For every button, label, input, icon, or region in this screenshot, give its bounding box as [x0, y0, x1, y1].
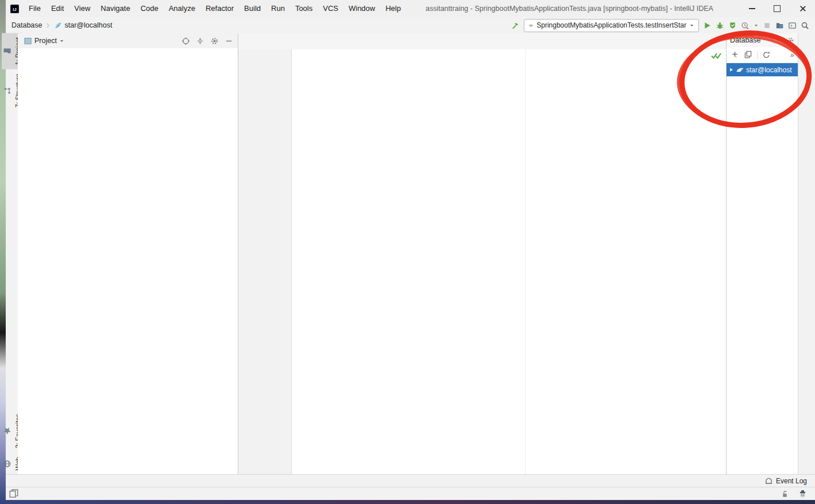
refresh-icon[interactable]: [762, 51, 771, 59]
project-panel-toolbar: [181, 37, 238, 45]
menu-refactor[interactable]: Refactor: [200, 0, 239, 17]
status-right: [771, 490, 815, 498]
inspections-ok-icon[interactable]: [710, 51, 723, 60]
run-button[interactable]: [703, 21, 712, 30]
web-icon: [3, 459, 11, 468]
mysql-dolphin-icon: [736, 65, 744, 74]
menu-window[interactable]: Window: [343, 0, 380, 17]
breadcrumb-database[interactable]: Database: [11, 21, 43, 29]
run-anything-icon[interactable]: [788, 21, 797, 30]
project-tree: [18, 48, 238, 474]
project-view-icon: [24, 37, 32, 45]
database-tool-window: Database » star@localhost: [726, 33, 798, 474]
main-area: 1: Project7: Structure2: FavoritesWeb Pr…: [6, 33, 815, 474]
tool-window-bar: Event Log: [6, 474, 815, 487]
duplicate-icon[interactable]: [744, 51, 752, 59]
menu-tools[interactable]: Tools: [290, 0, 318, 17]
code-area[interactable]: [238, 49, 727, 474]
menu-vcs[interactable]: VCS: [318, 0, 343, 17]
datasource-row[interactable]: star@localhost: [727, 63, 798, 76]
menu-navigate[interactable]: Navigate: [95, 0, 135, 17]
star-icon: [3, 427, 11, 436]
menu-analyze[interactable]: Analyze: [164, 0, 200, 17]
run-configuration-label: SpringbootMybatisApplicationTests.testIn…: [536, 21, 686, 29]
right-margin-guide: [525, 49, 526, 474]
editor-area: [238, 33, 727, 474]
event-log-label: Event Log: [776, 477, 807, 485]
run-coverage-button[interactable]: [728, 21, 737, 30]
database-panel-title[interactable]: Database: [730, 36, 761, 44]
menu-code[interactable]: Code: [136, 0, 164, 17]
more-actions-chevrons[interactable]: »: [790, 51, 794, 59]
stop-button: [763, 21, 771, 30]
title-bar: IJ FileEditViewNavigateCodeAnalyzeRefact…: [6, 0, 815, 17]
structicon-icon: [3, 86, 11, 95]
highlighting-level-hector-icon[interactable]: [798, 490, 807, 498]
breadcrumb-connection[interactable]: star@localhost: [65, 21, 113, 29]
toolbar-right: SpringbootMybatisApplicationTests.testIn…: [511, 19, 815, 32]
database-panel-header: Database: [727, 33, 798, 47]
project-panel-title[interactable]: Project: [34, 37, 57, 45]
menu-file[interactable]: File: [24, 0, 46, 17]
database-toolbar: »: [727, 47, 798, 63]
left-tool-stripe: 1: Project7: Structure2: FavoritesWeb: [6, 33, 18, 474]
menu-help[interactable]: Help: [380, 0, 406, 17]
collapse-all-icon[interactable]: [196, 37, 204, 45]
menu-bar: FileEditViewNavigateCodeAnalyzeRefactorB…: [24, 0, 406, 17]
menu-edit[interactable]: Edit: [46, 0, 69, 17]
project-panel-header: Project: [18, 33, 238, 48]
projicon-icon: [3, 47, 11, 56]
debug-button[interactable]: [716, 21, 724, 30]
svg-text:IJ: IJ: [13, 6, 16, 11]
event-log-button[interactable]: Event Log: [764, 477, 815, 486]
intellij-window: IJ FileEditViewNavigateCodeAnalyzeRefact…: [6, 0, 815, 499]
toolwindow-switcher-icon[interactable]: [6, 489, 19, 499]
profiler-button[interactable]: [741, 21, 750, 30]
editor-gutter: [238, 49, 292, 474]
project-tool-window: Project: [18, 33, 238, 474]
menu-build[interactable]: Build: [239, 0, 266, 17]
search-everywhere-icon[interactable]: [801, 21, 809, 30]
intellij-logo-icon: IJ: [10, 5, 19, 13]
console-feather-icon: [53, 21, 62, 30]
close-button[interactable]: [790, 0, 815, 17]
profiler-chevron-icon[interactable]: [754, 23, 759, 28]
expand-arrow-icon[interactable]: [729, 67, 734, 72]
build-hammer-icon[interactable]: [511, 21, 520, 30]
chevron-down-icon: [689, 23, 694, 28]
maximize-button[interactable]: [764, 0, 790, 17]
breadcrumb-separator-icon: [45, 23, 51, 28]
unlocked-padlock-icon[interactable]: [781, 490, 789, 498]
menu-run[interactable]: Run: [266, 0, 290, 17]
hide-panel-icon[interactable]: [225, 37, 233, 45]
minimize-button[interactable]: [739, 0, 764, 17]
toolbar-separator: [757, 51, 758, 59]
settings-gear-icon[interactable]: [210, 37, 219, 45]
run-configuration-select[interactable]: SpringbootMybatisApplicationTests.testIn…: [524, 19, 699, 32]
junit-config-icon: [528, 23, 534, 28]
main-toolbar: Database star@localhost SpringbootMybati…: [6, 17, 815, 34]
editor-tab-bar: [238, 33, 727, 51]
window-controls: [739, 0, 815, 17]
status-bar: [6, 487, 815, 500]
breadcrumb: Database star@localhost: [6, 21, 112, 30]
event-log-icon: [764, 477, 773, 486]
add-datasource-icon[interactable]: [731, 51, 739, 59]
project-view-chevron-icon[interactable]: [59, 38, 64, 44]
project-structure-icon[interactable]: [775, 21, 784, 30]
menu-view[interactable]: View: [69, 0, 95, 17]
locate-file-icon[interactable]: [181, 37, 190, 45]
datasource-label: star@localhost: [746, 66, 792, 74]
db-settings-gear-icon[interactable]: [786, 36, 795, 45]
window-title: assitanttraing - SpringbootMybatisApplic…: [426, 5, 713, 13]
right-tool-stripe: [798, 33, 815, 474]
